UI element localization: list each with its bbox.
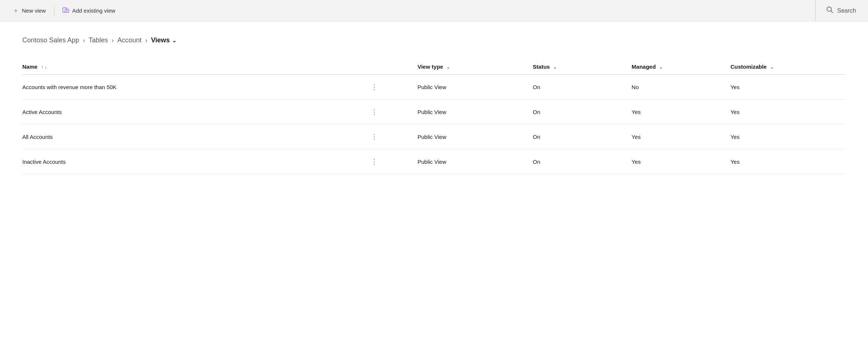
row-more-button-0[interactable]: ⋮ [368,81,381,92]
row-actions-1[interactable]: ⋮ [368,100,417,124]
row-viewtype-2: Public View [417,124,533,149]
status-sort-icon[interactable]: ⌄ [553,65,556,69]
main-content: Contoso Sales App › Tables › Account › V… [0,22,868,348]
row-name-2: All Accounts [22,124,368,149]
svg-line-5 [831,11,833,13]
add-existing-view-label: Add existing view [72,7,115,14]
row-customizable-0: Yes [730,75,846,100]
row-managed-0: No [632,75,730,100]
breadcrumb-account[interactable]: Account [117,36,142,44]
row-customizable-3: Yes [730,149,846,174]
search-label: Search [837,7,856,14]
col-header-status: Status ⌄ [533,59,632,75]
breadcrumb-tables[interactable]: Tables [88,36,108,44]
breadcrumb-app[interactable]: Contoso Sales App [22,36,79,44]
toolbar: ＋ New view Add existing view Search [0,0,868,22]
row-status-1: On [533,100,632,124]
customizable-sort-icon[interactable]: ⌄ [770,65,774,69]
col-header-customizable: Customizable ⌄ [730,59,846,75]
row-viewtype-3: Public View [417,149,533,174]
table-header-row: Name ↑ ↓ View type ⌄ Status ⌄ Managed [22,59,846,75]
table-row: Inactive Accounts ⋮ Public View On Yes Y… [22,149,846,174]
col-header-view-type: View type ⌄ [417,59,533,75]
sort-desc-icon[interactable]: ↓ [45,65,47,70]
add-existing-view-button[interactable]: Add existing view [59,4,119,17]
table-row: All Accounts ⋮ Public View On Yes Yes [22,124,846,149]
row-more-button-1[interactable]: ⋮ [368,106,381,117]
row-name-1: Active Accounts [22,100,368,124]
row-viewtype-0: Public View [417,75,533,100]
row-actions-0[interactable]: ⋮ [368,75,417,100]
view-type-sort-icon[interactable]: ⌄ [446,65,450,69]
row-name-0: Accounts with revenue more than 50K [22,75,368,100]
toolbar-left: ＋ New view Add existing view [9,4,119,17]
col-header-name: Name ↑ ↓ [22,59,368,75]
breadcrumb-views-label: Views [151,36,170,44]
row-customizable-1: Yes [730,100,846,124]
row-managed-1: Yes [632,100,730,124]
row-more-button-2[interactable]: ⋮ [368,131,381,142]
row-status-2: On [533,124,632,149]
table-row: Accounts with revenue more than 50K ⋮ Pu… [22,75,846,100]
new-view-label: New view [22,7,46,14]
row-actions-2[interactable]: ⋮ [368,124,417,149]
row-managed-3: Yes [632,149,730,174]
col-header-managed: Managed ⌄ [632,59,730,75]
breadcrumb-views[interactable]: Views ⌄ [151,36,177,44]
breadcrumb-sep-1: › [83,37,85,44]
breadcrumb-sep-2: › [112,37,113,44]
row-status-0: On [533,75,632,100]
views-table: Name ↑ ↓ View type ⌄ Status ⌄ Managed [22,59,846,174]
add-view-icon [62,7,69,14]
name-sort-icons[interactable]: ↑ ↓ [41,65,47,70]
row-status-3: On [533,149,632,174]
row-viewtype-1: Public View [417,100,533,124]
search-area[interactable]: Search [815,0,859,21]
breadcrumb-sep-3: › [145,37,147,44]
table-row: Active Accounts ⋮ Public View On Yes Yes [22,100,846,124]
breadcrumb: Contoso Sales App › Tables › Account › V… [22,36,846,44]
row-name-3: Inactive Accounts [22,149,368,174]
plus-icon: ＋ [13,7,19,14]
row-actions-3[interactable]: ⋮ [368,149,417,174]
new-view-button[interactable]: ＋ New view [9,5,49,16]
col-header-actions [368,59,417,75]
row-more-button-3[interactable]: ⋮ [368,156,381,167]
sort-asc-icon[interactable]: ↑ [41,65,43,70]
toolbar-divider [54,6,54,16]
breadcrumb-chevron-icon: ⌄ [172,38,177,43]
search-icon [826,6,833,15]
row-managed-2: Yes [632,124,730,149]
row-customizable-2: Yes [730,124,846,149]
managed-sort-icon[interactable]: ⌄ [659,65,662,69]
